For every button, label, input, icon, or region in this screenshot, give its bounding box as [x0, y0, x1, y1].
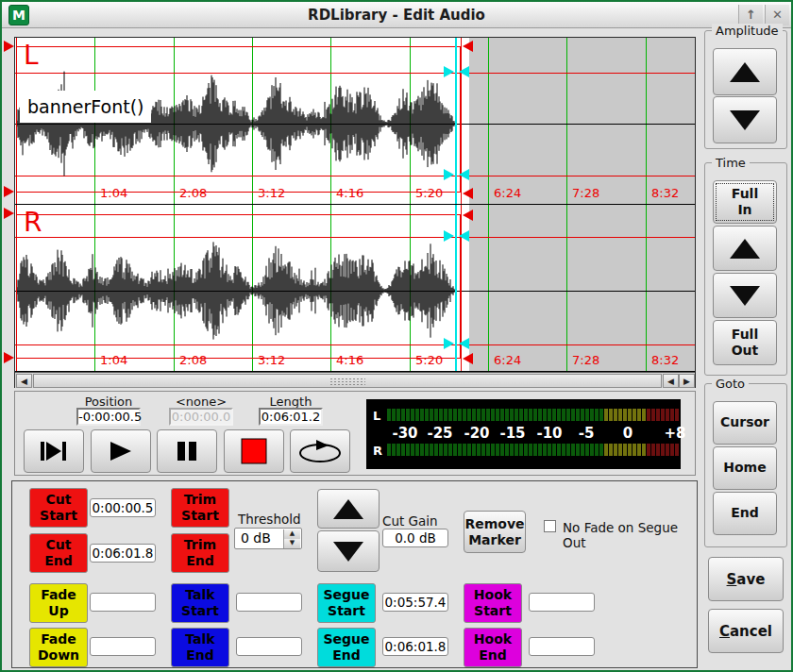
position-label: Position [76, 395, 141, 409]
trim-end-button[interactable]: Trim End [171, 533, 229, 573]
meter-segment [543, 444, 547, 456]
goto-group: Goto Cursor Home End [704, 383, 787, 547]
meter-scale-label: -15 [499, 425, 525, 442]
threshold-label: Threshold [238, 512, 301, 527]
meter-segment [604, 444, 608, 456]
hook-start-button[interactable]: Hook Start [464, 583, 522, 623]
shade-window-icon[interactable]: ↑ [738, 5, 763, 25]
scrollbar-thumb[interactable] [33, 374, 662, 388]
amplitude-up-button[interactable] [713, 48, 777, 95]
cut-region-marker-icon[interactable] [4, 186, 14, 197]
play-button[interactable] [91, 429, 151, 473]
spin-down-icon[interactable]: ▼ [283, 539, 300, 548]
waveform-scrollbar[interactable]: ◀ ◀ ▶ [15, 372, 695, 388]
time-full-in-button[interactable]: Full In [713, 180, 777, 224]
scroll-left-icon[interactable]: ◀ [663, 374, 679, 388]
segue-start-button[interactable]: Segue Start [317, 583, 376, 623]
meter-segment [623, 444, 627, 456]
cut-start-line[interactable] [16, 205, 17, 371]
meter-segment [581, 409, 584, 421]
cut-start-button[interactable]: Cut Start [29, 488, 88, 528]
meter-right-label: R [373, 444, 382, 458]
cut-start-line[interactable] [16, 38, 17, 204]
meter-segment [585, 444, 589, 456]
segue-marker-icon[interactable] [459, 169, 469, 180]
goto-home-button[interactable]: Home [713, 446, 777, 490]
down-arrow-icon [730, 286, 760, 306]
threshold-spinner[interactable]: 0 dB ▲ ▼ [234, 528, 302, 549]
remove-marker-button[interactable]: Remove Marker [464, 511, 526, 553]
segue-end-button[interactable]: Segue End [317, 628, 376, 667]
segue-marker-icon[interactable] [459, 230, 469, 242]
audio-waveform [15, 205, 695, 372]
hook-end-field [529, 637, 595, 656]
cut-start-marker-icon[interactable] [4, 41, 14, 52]
meter-segment [538, 444, 542, 456]
cancel-button[interactable]: Cancel [708, 609, 784, 653]
meter-segment [434, 444, 438, 456]
talk-start-button[interactable]: Talk Start [171, 583, 229, 623]
hook-end-button[interactable]: Hook End [464, 628, 522, 667]
gain-up-button[interactable] [317, 489, 380, 529]
meter-segment [557, 444, 561, 456]
fade-up-button[interactable]: Fade Up [29, 583, 88, 623]
time-zoom-out-button[interactable] [713, 273, 777, 318]
time-label: 8:32 [651, 186, 679, 200]
segue-marker-icon[interactable] [459, 338, 469, 349]
segue-start-line[interactable] [455, 38, 457, 204]
meter-segment [633, 409, 636, 421]
segue-marker-icon[interactable] [459, 66, 469, 77]
loop-button[interactable] [290, 429, 350, 473]
threshold-value: 0 dB [241, 530, 271, 546]
time-label: 8:32 [651, 353, 679, 367]
segue-marker-icon[interactable] [444, 169, 454, 180]
close-window-icon[interactable]: ✕ [765, 5, 789, 25]
waveform-channel-right[interactable]: R 1:042:083:124:165:206:247:288:32 [15, 205, 695, 372]
cut-end-marker-icon[interactable] [463, 210, 473, 221]
segue-end-field: 0:06:01.8 [382, 637, 448, 656]
segue-marker-icon[interactable] [444, 230, 454, 242]
segue-start-line[interactable] [455, 205, 457, 371]
spin-up-icon[interactable]: ▲ [283, 529, 300, 539]
amplitude-down-button[interactable] [713, 96, 777, 143]
gain-down-button[interactable] [317, 530, 380, 572]
goto-group-label: Goto [712, 377, 749, 391]
cut-region-marker-icon[interactable] [4, 352, 14, 363]
waveform-channel-left[interactable]: L bannerFont() 1:042:083:124:165:206:247… [15, 38, 695, 205]
meter-segment [448, 444, 452, 456]
stop-button[interactable] [224, 429, 284, 473]
goto-cursor-button[interactable]: Cursor [713, 401, 777, 445]
cut-end-button[interactable]: Cut End [29, 533, 88, 573]
cut-end-marker-icon[interactable] [463, 353, 473, 364]
meter-segment [675, 409, 679, 421]
meter-segment [505, 409, 509, 421]
waveform-display[interactable]: L bannerFont() 1:042:083:124:165:206:247… [14, 37, 696, 388]
fade-down-button[interactable]: Fade Down [29, 628, 88, 667]
pause-button[interactable] [157, 429, 217, 473]
time-zoom-in-button[interactable] [713, 226, 777, 271]
meter-segment [387, 444, 391, 456]
segue-marker-icon[interactable] [444, 338, 454, 349]
cut-end-marker-icon[interactable] [463, 188, 473, 199]
trim-start-button[interactable]: Trim Start [171, 488, 229, 528]
meter-scale-label: 0 [623, 425, 633, 442]
meter-segment [661, 444, 665, 456]
meter-segment [430, 409, 433, 421]
save-button[interactable]: Save [708, 557, 784, 601]
meter-segment [401, 444, 405, 456]
play-from-start-button[interactable] [24, 429, 84, 473]
time-full-out-button[interactable]: Full Out [713, 320, 777, 365]
cut-region-marker-icon[interactable] [4, 208, 14, 219]
no-fade-checkbox[interactable] [544, 520, 556, 532]
scroll-left-icon[interactable]: ◀ [16, 374, 32, 388]
goto-end-button[interactable]: End [713, 492, 777, 535]
time-label: 7:28 [572, 353, 599, 367]
meter-segment [670, 409, 674, 421]
meter-segment [448, 409, 452, 421]
meter-segment [481, 409, 485, 421]
cut-end-marker-icon[interactable] [463, 41, 473, 52]
titlebar[interactable]: M RDLibrary - Edit Audio ↑ ✕ [2, 2, 791, 28]
talk-end-button[interactable]: Talk End [171, 628, 229, 667]
scroll-right-icon[interactable]: ▶ [679, 374, 695, 388]
segue-marker-icon[interactable] [444, 66, 454, 77]
